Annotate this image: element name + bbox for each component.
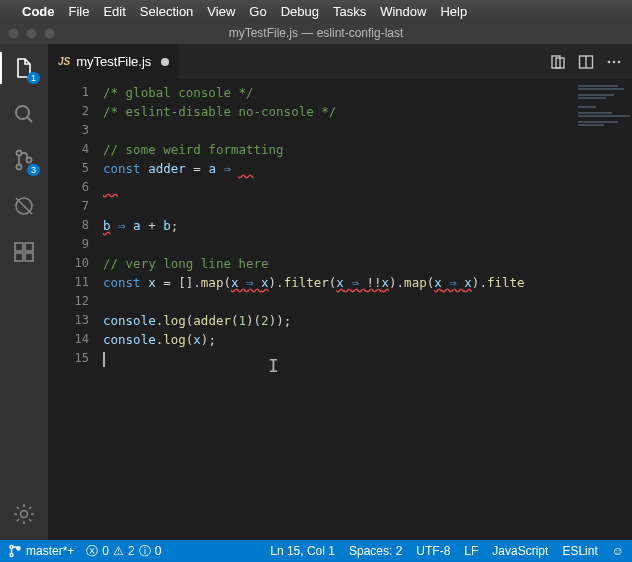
git-branch-icon <box>8 544 22 558</box>
svg-rect-8 <box>25 243 33 251</box>
menu-edit[interactable]: Edit <box>103 4 125 19</box>
language-mode-status[interactable]: JavaScript <box>492 544 548 558</box>
error-icon: ⓧ <box>86 543 98 560</box>
tab-dirty-indicator <box>161 58 169 66</box>
menu-help[interactable]: Help <box>440 4 467 19</box>
line-number-gutter: 1 2 3 4 5 6 7 8 9 10 11 12 13 14 15 <box>48 79 103 540</box>
traffic-lights <box>0 28 55 39</box>
code-content[interactable]: /* global console */ /* eslint-disable n… <box>103 79 632 540</box>
editor-actions <box>550 44 632 79</box>
more-actions-icon[interactable] <box>606 54 622 70</box>
open-changes-icon[interactable] <box>550 54 566 70</box>
menu-tasks[interactable]: Tasks <box>333 4 366 19</box>
svg-point-16 <box>608 60 611 63</box>
git-branch-status[interactable]: master*+ <box>8 544 74 558</box>
encoding-status[interactable]: UTF-8 <box>416 544 450 558</box>
svg-point-20 <box>10 553 13 556</box>
menu-file[interactable]: File <box>69 4 90 19</box>
git-branch-name: master*+ <box>26 544 74 558</box>
svg-point-11 <box>21 511 28 518</box>
warning-icon: ⚠ <box>113 544 124 558</box>
source-control-icon[interactable]: 3 <box>10 146 38 174</box>
minimap[interactable] <box>572 79 632 540</box>
tab-language-badge: JS <box>58 56 70 67</box>
split-editor-icon[interactable] <box>578 54 594 70</box>
code-area[interactable]: 1 2 3 4 5 6 7 8 9 10 11 12 13 14 15 /* g… <box>48 79 632 540</box>
zoom-window-button[interactable] <box>44 28 55 39</box>
svg-rect-10 <box>25 253 33 261</box>
editor-group: JS myTestFile.js 1 2 3 4 5 6 7 8 9 10 11… <box>48 44 632 540</box>
svg-point-19 <box>10 545 13 548</box>
status-bar: master*+ ⓧ0 ⚠2 ⓘ0 Ln 15, Col 1 Spaces: 2… <box>0 540 632 562</box>
menu-view[interactable]: View <box>207 4 235 19</box>
close-window-button[interactable] <box>8 28 19 39</box>
macos-menubar: Code File Edit Selection View Go Debug T… <box>0 0 632 22</box>
cursor-position-status[interactable]: Ln 15, Col 1 <box>270 544 335 558</box>
menu-app[interactable]: Code <box>22 4 55 19</box>
activity-bar: 1 3 <box>0 44 48 540</box>
svg-point-17 <box>613 60 616 63</box>
svg-point-4 <box>27 158 32 163</box>
tab-mytestfile[interactable]: JS myTestFile.js <box>48 44 180 79</box>
window-titlebar: myTestFile.js — eslint-config-last <box>0 22 632 44</box>
menu-go[interactable]: Go <box>249 4 266 19</box>
svg-point-3 <box>17 165 22 170</box>
explorer-badge: 1 <box>27 72 40 84</box>
menu-window[interactable]: Window <box>380 4 426 19</box>
feedback-icon[interactable]: ☺ <box>612 544 624 558</box>
explorer-icon[interactable]: 1 <box>10 54 38 82</box>
problems-status[interactable]: ⓧ0 ⚠2 ⓘ0 <box>86 543 161 560</box>
menu-selection[interactable]: Selection <box>140 4 193 19</box>
minimize-window-button[interactable] <box>26 28 37 39</box>
search-icon[interactable] <box>10 100 38 128</box>
mouse-ibeam-cursor: I <box>268 356 279 375</box>
eol-status[interactable]: LF <box>464 544 478 558</box>
info-icon: ⓘ <box>139 543 151 560</box>
svg-line-1 <box>27 117 32 122</box>
settings-gear-icon[interactable] <box>10 500 38 528</box>
eslint-status[interactable]: ESLint <box>562 544 597 558</box>
window-title: myTestFile.js — eslint-config-last <box>229 26 404 40</box>
scm-badge: 3 <box>27 164 40 176</box>
svg-rect-7 <box>15 243 23 251</box>
indentation-status[interactable]: Spaces: 2 <box>349 544 402 558</box>
debug-icon[interactable] <box>10 192 38 220</box>
menu-debug[interactable]: Debug <box>281 4 319 19</box>
svg-point-18 <box>618 60 621 63</box>
text-cursor <box>103 352 105 367</box>
extensions-icon[interactable] <box>10 238 38 266</box>
svg-rect-9 <box>15 253 23 261</box>
svg-point-2 <box>17 151 22 156</box>
tab-bar: JS myTestFile.js <box>48 44 632 79</box>
tab-filename: myTestFile.js <box>76 54 151 69</box>
